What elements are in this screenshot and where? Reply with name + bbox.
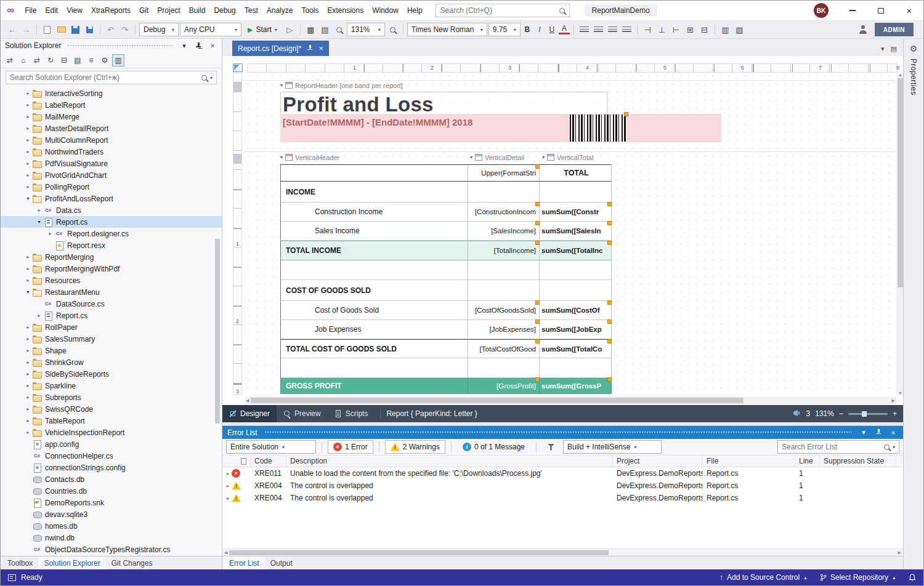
report-cell[interactable]: Upper(FormatStri	[468, 164, 540, 182]
smart-tag-icon[interactable]	[607, 300, 612, 305]
scrollbar-thumb[interactable]	[229, 550, 608, 555]
tree-item[interactable]: Contacts.db	[1, 473, 222, 485]
align-right-icon[interactable]	[606, 23, 619, 36]
designer-zoom-value[interactable]: 131%	[815, 409, 834, 418]
column-header[interactable]	[222, 456, 251, 467]
report-cell[interactable]: COST OF GOODS SOLD	[280, 280, 468, 301]
error-cell-code[interactable]: XRE011	[251, 469, 286, 478]
pin-icon[interactable]	[193, 42, 203, 49]
align-centers-icon[interactable]: ⊥	[655, 23, 668, 36]
report-cell[interactable]: [TotalCostOfGood	[468, 339, 540, 358]
error-row[interactable]: ▸!XRE004The control is overlappedDevExpr…	[222, 480, 903, 492]
zoom-out-icon[interactable]: −	[839, 409, 843, 418]
tree-item[interactable]: ConnectionHelper.cs	[1, 450, 222, 462]
show-grid-icon[interactable]: ▦	[304, 23, 317, 36]
add-to-source-control[interactable]: ↑Add to Source Control▲	[719, 573, 808, 582]
error-cell-file[interactable]: Report.cs	[703, 469, 795, 478]
tree-item[interactable]: ▸Subreports	[1, 391, 222, 403]
tree-item[interactable]: ▸ShrinkGrow	[1, 356, 222, 368]
smart-tag-icon[interactable]	[535, 164, 540, 169]
open-folder-icon[interactable]	[55, 23, 68, 36]
error-row[interactable]: ▸×XRE011Unable to load the content from …	[222, 467, 903, 480]
collapse-icon[interactable]: ▾	[24, 196, 32, 201]
tab-solution-explorer[interactable]: Solution Explorer	[38, 556, 105, 569]
smart-tag-icon[interactable]	[607, 221, 612, 225]
tab-preview[interactable]: Preview	[277, 405, 328, 422]
tree-item[interactable]: ▸SalesSummary	[1, 333, 222, 345]
feedback-icon[interactable]	[857, 23, 870, 36]
menu-test[interactable]: Test	[240, 4, 262, 17]
error-cell-description[interactable]: The control is overlapped	[286, 494, 613, 502]
scrollbar-thumb[interactable]	[898, 78, 903, 287]
barcode-control[interactable]	[570, 114, 626, 142]
error-cell-file[interactable]: Report.cs	[703, 481, 795, 490]
collapse-band-icon[interactable]: ▾	[470, 155, 472, 160]
collapse-band-icon[interactable]: ▾	[280, 155, 283, 160]
snap-lines-icon[interactable]: ▤	[318, 23, 331, 36]
report-cell[interactable]: sumSum([TotalInc	[540, 241, 612, 260]
font-size-dropdown[interactable]: 9.75▾	[488, 23, 521, 36]
send-back-icon[interactable]: ▧	[733, 23, 746, 36]
smart-tag-icon[interactable]	[535, 377, 540, 382]
tree-item[interactable]: Report.resx	[1, 239, 222, 251]
report-cell[interactable]: Construction Income	[280, 203, 468, 222]
expand-icon[interactable]: ▸	[227, 496, 229, 501]
smart-tag-icon[interactable]	[535, 300, 540, 305]
column-header-code[interactable]: Code	[251, 456, 286, 467]
tab-designer[interactable]: Designer	[222, 405, 277, 422]
expand-icon[interactable]: ▸	[24, 383, 32, 388]
align-lefts-icon[interactable]: ⊣	[641, 23, 654, 36]
smart-tag-icon[interactable]	[535, 241, 540, 245]
error-cell-code[interactable]: XRE004	[251, 494, 286, 502]
column-header-file[interactable]: File	[703, 456, 795, 467]
properties-tab[interactable]: Properties	[909, 58, 918, 95]
expand-icon[interactable]: ▸	[24, 324, 32, 330]
report-cell[interactable]: Sales Income	[280, 222, 468, 241]
menu-analyze[interactable]: Analyze	[262, 4, 298, 17]
band-reportheader[interactable]: ▾ ReportHeader [one band per report]	[280, 81, 403, 90]
show-all-files-icon[interactable]: ▤	[71, 54, 84, 66]
report-cell[interactable]: [TotalIncome]	[468, 241, 540, 260]
designer-vscrollbar[interactable]: ▲▼	[896, 73, 903, 395]
tree-item[interactable]: nwind.db	[1, 532, 222, 544]
menu-build[interactable]: Build	[185, 4, 210, 17]
platform-dropdown[interactable]: Any CPU▾	[180, 23, 241, 36]
expand-icon[interactable]: ▸	[24, 371, 32, 377]
designer-corner-icon[interactable]	[233, 63, 243, 72]
tab-output[interactable]: Output	[265, 556, 298, 569]
tree-item[interactable]: ▸RollPaper	[1, 321, 222, 333]
font-name-dropdown[interactable]: Times New Roman▾	[407, 23, 487, 36]
zoom-in-icon[interactable]: +	[893, 409, 897, 418]
preview-selected-items-icon[interactable]: ▥	[112, 54, 124, 66]
error-cell-description[interactable]: Unable to load the content from the spec…	[286, 469, 613, 478]
smart-tag-icon[interactable]	[607, 241, 612, 245]
expand-icon[interactable]: ▸	[227, 471, 229, 476]
italic-icon[interactable]: I	[534, 23, 545, 36]
source-dropdown[interactable]: Build + IntelliSense▾	[563, 440, 662, 454]
underline-icon[interactable]: U	[546, 23, 557, 36]
tree-item[interactable]: ▸Shape	[1, 345, 222, 356]
report-cell[interactable]: INCOME	[280, 182, 468, 203]
tree-item[interactable]: app.config	[1, 438, 222, 450]
new-project-icon[interactable]	[41, 23, 54, 36]
error-row[interactable]: ▸!XRE004The control is overlappedDevExpr…	[222, 492, 903, 504]
expand-icon[interactable]: ▸	[24, 348, 32, 353]
scope-dropdown[interactable]: Entire Solution▾	[226, 440, 316, 454]
tree-item[interactable]: devav.sqlite3	[1, 508, 222, 520]
report-cell[interactable]: TOTAL COST OF GOODS SOLD	[280, 339, 468, 358]
tab-git-changes[interactable]: Git Changes	[106, 556, 158, 569]
menu-git[interactable]: Git	[135, 4, 153, 17]
expand-icon[interactable]: ▸	[227, 483, 229, 489]
expand-icon[interactable]: ▸	[46, 231, 54, 236]
tree-item[interactable]: ▾ProfitAndLossReport	[1, 193, 222, 204]
solution-explorer-header[interactable]: Solution Explorer ▾ ×	[1, 39, 222, 52]
expand-icon[interactable]: ▸	[24, 149, 32, 155]
smart-tag-icon[interactable]	[535, 202, 540, 206]
warnings-filter-button[interactable]: !2 Warnings	[385, 440, 445, 454]
align-rights-icon[interactable]: ⊢	[670, 23, 683, 36]
filter-button[interactable]	[542, 440, 560, 454]
error-cell-project[interactable]: DevExpress.DemoReports	[613, 494, 703, 502]
save-all-icon[interactable]	[83, 23, 96, 36]
report-cell[interactable]	[540, 280, 612, 301]
design-canvas[interactable]: ▾ ReportHeader [one band per report] Pro…	[245, 73, 896, 394]
